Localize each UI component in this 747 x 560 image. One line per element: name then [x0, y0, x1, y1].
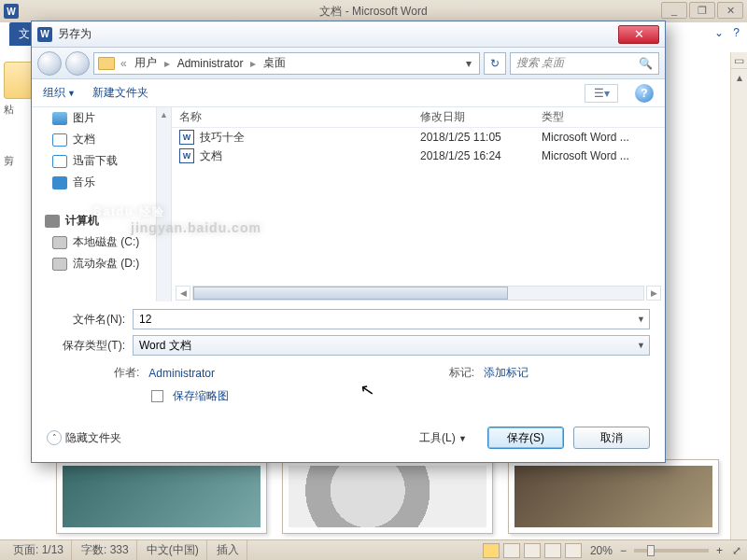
view-draft-button[interactable]	[565, 543, 582, 558]
download-icon	[52, 155, 67, 168]
new-folder-button[interactable]: 新建文件夹	[92, 85, 148, 101]
zoom-in-button[interactable]: +	[716, 544, 723, 557]
close-button[interactable]: ✕	[717, 2, 743, 19]
sidebar-item-downloads[interactable]: 迅雷下载	[32, 150, 171, 172]
column-date[interactable]: 修改日期	[413, 109, 534, 125]
file-list-header: 名称 修改日期 类型	[172, 107, 665, 128]
dialog-titlebar: W 另存为 ✕	[32, 21, 665, 48]
hide-folders-toggle[interactable]: ˄ 隐藏文件夹	[47, 430, 121, 446]
dialog-toolbar: 组织▼ 新建文件夹 ☰▾ ?	[32, 79, 665, 107]
zoom-slider[interactable]	[634, 549, 709, 553]
page-thumbnails	[56, 459, 719, 534]
dropdown-icon[interactable]: ▼	[637, 315, 645, 324]
maximize-button[interactable]: ❐	[689, 2, 715, 19]
status-page[interactable]: 页面: 1/13	[6, 540, 72, 560]
scroll-left-icon[interactable]: ◀	[176, 286, 190, 301]
filename-label: 文件名(N):	[47, 312, 133, 328]
minimize-button[interactable]: _	[661, 2, 687, 19]
nav-back-button[interactable]	[37, 51, 62, 76]
status-insert-mode[interactable]: 插入	[209, 540, 247, 560]
sidebar-item-drive-d[interactable]: 流动杂盘 (D:)	[32, 253, 171, 274]
pictures-icon	[52, 112, 67, 125]
vertical-scrollbar[interactable]: ▭ ▴	[730, 52, 747, 539]
dialog-form: 文件名(N): 12▼ 保存类型(T): Word 文档▼ 作者: Admini…	[32, 301, 665, 419]
word-app-icon: W	[4, 4, 19, 19]
file-row[interactable]: W文档 2018/1/25 16:24 Microsoft Word ...	[172, 147, 665, 165]
filename-input[interactable]: 12▼	[133, 309, 650, 329]
column-type[interactable]: 类型	[534, 109, 665, 125]
zoom-percent[interactable]: 20%	[590, 544, 613, 557]
breadcrumb-sep: «	[119, 57, 129, 70]
status-language[interactable]: 中文(中国)	[139, 540, 207, 560]
sidebar-item-music[interactable]: 音乐	[32, 172, 171, 193]
help-icon[interactable]: ?	[733, 26, 740, 39]
scroll-up-icon[interactable]: ▴	[731, 69, 747, 86]
search-icon: 🔍	[639, 57, 653, 70]
sidebar-item-pictures[interactable]: 图片	[32, 107, 171, 129]
folder-icon	[98, 57, 115, 70]
fullscreen-toggle-icon[interactable]: ⤢	[732, 544, 741, 557]
chevron-up-icon: ˄	[47, 430, 62, 445]
breadcrumb-item[interactable]: Administrator	[174, 57, 247, 70]
sidebar-item-drive-c[interactable]: 本地磁盘 (C:)	[32, 231, 171, 253]
word-file-icon: W	[179, 130, 194, 145]
word-titlebar: W 文档 - Microsoft Word _ ❐ ✕	[0, 0, 747, 22]
page-thumbnail[interactable]	[282, 459, 493, 534]
scroll-up-icon[interactable]: ▲	[157, 107, 171, 122]
sidebar-item-computer[interactable]: 计算机	[32, 210, 171, 231]
view-outline-button[interactable]	[544, 543, 561, 558]
view-web-button[interactable]	[524, 543, 541, 558]
column-name[interactable]: 名称	[172, 109, 413, 125]
author-value[interactable]: Administrator	[148, 367, 215, 380]
disk-icon	[52, 236, 67, 249]
window-controls: _ ❐ ✕	[661, 2, 743, 19]
organize-menu[interactable]: 组织▼	[43, 85, 76, 101]
help-icon[interactable]: ?	[635, 84, 654, 103]
chevron-right-icon: ▸	[248, 57, 258, 70]
chevron-right-icon: ▸	[162, 57, 172, 70]
breadcrumb-item[interactable]: 用户	[131, 55, 161, 71]
status-bar: 页面: 1/13 字数: 333 中文(中国) 插入 20% − + ⤢	[0, 539, 747, 560]
dropdown-icon[interactable]: ▼	[637, 341, 645, 350]
tools-menu[interactable]: 工具(L) ▼	[419, 430, 467, 446]
dialog-body: ▴ 图片 文档 迅雷下载 音乐 计算机 本地磁盘 (C:) 流动杂盘 (D:) …	[32, 107, 665, 301]
savetype-select[interactable]: Word 文档▼	[133, 335, 650, 356]
clipboard-group: 粘 剪	[4, 62, 30, 168]
save-thumbnail-checkbox[interactable]	[151, 390, 163, 402]
file-row[interactable]: W技巧十全 2018/1/25 11:05 Microsoft Word ...	[172, 128, 665, 147]
breadcrumb[interactable]: « 用户 ▸ Administrator ▸ 桌面 ▾	[93, 52, 480, 75]
status-wordcount[interactable]: 字数: 333	[74, 540, 137, 560]
ribbon-dropdown-icon[interactable]: ⌄	[714, 26, 724, 39]
file-list-hscroll[interactable]: ◀ ▶	[172, 285, 665, 301]
sidebar-item-documents[interactable]: 文档	[32, 129, 171, 150]
save-button[interactable]: 保存(S)	[487, 427, 564, 449]
tag-label: 标记:	[449, 365, 474, 381]
ribbon-help-area: ⌄ ?	[714, 26, 740, 39]
dialog-footer: ˄ 隐藏文件夹 工具(L) ▼ 保存(S) 取消	[32, 419, 665, 462]
page-thumbnail[interactable]	[56, 459, 267, 534]
word-file-icon: W	[179, 148, 194, 163]
sidebar-scrollbar[interactable]: ▲	[156, 107, 171, 301]
view-fullscreen-button[interactable]	[503, 543, 520, 558]
breadcrumb-dropdown-icon[interactable]: ▾	[462, 57, 475, 70]
nav-forward-button[interactable]	[65, 51, 90, 76]
save-as-dialog: W 另存为 ✕ « 用户 ▸ Administrator ▸ 桌面 ▾ ↻ 搜索…	[31, 21, 666, 463]
refresh-button[interactable]: ↻	[484, 52, 506, 75]
view-print-layout-button[interactable]	[483, 543, 500, 558]
folder-sidebar: ▴ 图片 文档 迅雷下载 音乐 计算机 本地磁盘 (C:) 流动杂盘 (D:) …	[32, 107, 172, 301]
scroll-thumb[interactable]	[193, 287, 508, 300]
scroll-right-icon[interactable]: ▶	[646, 286, 661, 301]
search-input[interactable]: 搜索 桌面 🔍	[510, 52, 659, 75]
breadcrumb-item[interactable]: 桌面	[260, 55, 289, 71]
ruler-toggle-icon[interactable]: ▭	[731, 52, 747, 69]
scroll-track[interactable]	[192, 286, 644, 301]
cancel-button[interactable]: 取消	[573, 427, 650, 449]
view-options-button[interactable]: ☰▾	[585, 84, 618, 103]
dialog-close-button[interactable]: ✕	[618, 25, 659, 44]
tag-value[interactable]: 添加标记	[484, 365, 529, 381]
zoom-out-button[interactable]: −	[620, 544, 627, 557]
disk-icon	[52, 258, 67, 271]
paste-label: 粘	[4, 103, 30, 117]
page-thumbnail[interactable]	[508, 459, 719, 534]
word-title: 文档 - Microsoft Word	[319, 4, 427, 20]
